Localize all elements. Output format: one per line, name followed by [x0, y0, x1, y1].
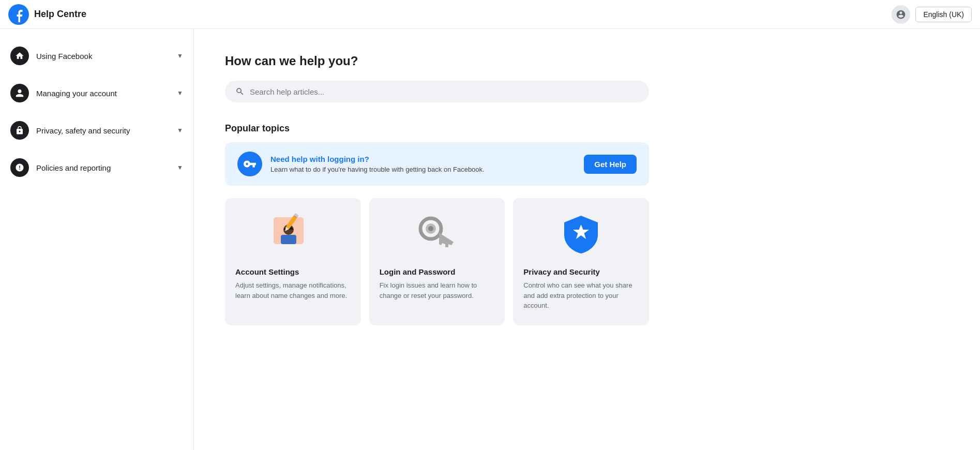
sidebar-item-label-managing-account: Managing your account	[36, 89, 117, 98]
main-content: How can we help you? Popular topics Need…	[194, 29, 980, 450]
account-settings-icon	[235, 211, 351, 257]
search-bar	[225, 81, 649, 102]
svg-point-10	[428, 226, 433, 231]
topic-cards-container: Account Settings Adjust settings, manage…	[225, 198, 649, 325]
login-banner-title: Need help with logging in?	[270, 155, 485, 163]
chevron-down-icon: ▼	[177, 164, 183, 171]
sidebar: Using Facebook ▼ Managing your account ▼…	[0, 29, 194, 450]
key-banner-icon	[237, 152, 262, 176]
sidebar-item-managing-account[interactable]: Managing your account ▼	[0, 74, 193, 112]
account-circle-icon	[896, 9, 906, 20]
sidebar-item-privacy-safety[interactable]: Privacy, safety and security ▼	[0, 112, 193, 149]
search-icon	[235, 87, 245, 96]
privacy-security-desc: Control who can see what you share and a…	[523, 280, 639, 311]
using-facebook-icon	[10, 47, 29, 65]
get-help-button[interactable]: Get Help	[584, 155, 637, 174]
sidebar-item-label-privacy-safety: Privacy, safety and security	[36, 126, 130, 135]
topic-card-account-settings[interactable]: Account Settings Adjust settings, manage…	[225, 198, 361, 325]
page-title: How can we help you?	[225, 54, 949, 68]
account-settings-desc: Adjust settings, manage notifications, l…	[235, 280, 351, 301]
managing-account-icon	[10, 84, 29, 102]
chevron-down-icon: ▼	[177, 52, 183, 59]
chevron-down-icon: ▼	[177, 127, 183, 134]
policies-reporting-icon	[10, 158, 29, 177]
sidebar-item-using-facebook[interactable]: Using Facebook ▼	[0, 37, 193, 74]
login-banner-description: Learn what to do if you're having troubl…	[270, 166, 485, 173]
page-layout: Using Facebook ▼ Managing your account ▼…	[0, 29, 980, 450]
search-input[interactable]	[250, 87, 639, 96]
privacy-security-title: Privacy and Security	[523, 267, 639, 276]
sidebar-item-label-policies-reporting: Policies and reporting	[36, 163, 111, 172]
header-title: Help Centre	[34, 9, 86, 20]
svg-rect-3	[281, 235, 296, 244]
account-settings-title: Account Settings	[235, 267, 351, 276]
login-password-desc: Fix login issues and learn how to change…	[380, 280, 495, 301]
sidebar-item-label-using-facebook: Using Facebook	[36, 52, 92, 61]
header-left: Help Centre	[8, 4, 86, 25]
header-right: English (UK)	[892, 5, 972, 24]
privacy-safety-icon	[10, 121, 29, 140]
login-help-banner: Need help with logging in? Learn what to…	[225, 142, 649, 186]
facebook-logo-icon	[8, 4, 29, 25]
privacy-security-icon	[523, 211, 639, 257]
sidebar-item-policies-reporting[interactable]: Policies and reporting ▼	[0, 149, 193, 186]
account-icon-button[interactable]	[892, 5, 910, 24]
login-password-icon	[380, 211, 495, 257]
topic-card-login-password[interactable]: Login and Password Fix login issues and …	[369, 198, 505, 325]
header: Help Centre English (UK)	[0, 0, 980, 29]
popular-topics-label: Popular topics	[225, 123, 949, 134]
login-password-title: Login and Password	[380, 267, 495, 276]
chevron-down-icon: ▼	[177, 89, 183, 97]
language-button[interactable]: English (UK)	[915, 7, 972, 22]
topic-card-privacy-security[interactable]: Privacy and Security Control who can see…	[513, 198, 649, 325]
